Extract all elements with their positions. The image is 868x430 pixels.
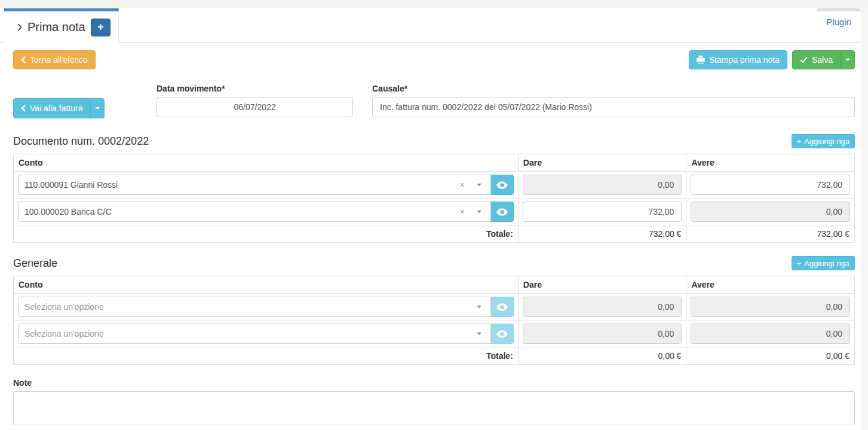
general-col-avere: Avere [686,276,855,294]
general-total-dare: 0,00 € [518,347,686,365]
conto-select[interactable]: 110.000091 Gianni Rossi × [18,175,491,195]
general-table-row: Seleziona un'opzione [14,294,855,321]
eye-icon [496,303,508,311]
conto-select[interactable]: Seleziona un'opzione [18,297,491,317]
dare-input[interactable] [523,202,682,222]
plus-icon: + [797,137,802,146]
general-col-conto: Conto [14,276,519,294]
goto-invoice-label: Vai alla fattura [30,103,82,113]
document-add-row-label: Aggiungi riga [804,137,849,146]
chevron-left-icon [21,105,26,112]
eye-icon [496,330,508,338]
general-total-row: Totale: 0,00 € 0,00 € [14,347,855,365]
causale-label: Causale* [372,84,855,93]
main-content: Torna all'elenco Stampa prima nota Salva [0,43,868,427]
goto-invoice-dropdown-caret[interactable] [90,98,105,118]
view-account-button [491,324,514,344]
toolbar-right: Stampa prima nota Salva [689,50,855,69]
view-account-button[interactable] [491,202,514,222]
document-total-row: Totale: 732,00 € 732,00 € [14,225,855,243]
page-top-strip [0,0,868,8]
avere-input[interactable] [691,175,850,195]
avere-input [691,202,850,222]
general-table-row: Seleziona un'opzione [14,321,855,347]
general-col-dare: Dare [518,276,686,294]
goto-invoice-split-button: Vai alla fattura [13,98,105,118]
back-to-list-button[interactable]: Torna all'elenco [13,50,96,69]
document-col-dare: Dare [518,154,686,172]
clear-selection-icon[interactable]: × [460,181,465,189]
goto-invoice-button[interactable]: Vai alla fattura [13,98,90,118]
eye-icon [496,181,508,189]
causale-input[interactable] [372,97,855,117]
causale-field-group: Causale* [372,84,855,118]
document-total-label: Totale: [14,225,519,243]
tabbar-divider [0,42,861,43]
general-table-header-row: Conto Dare Avere [14,276,855,294]
document-table: Conto Dare Avere 110.000091 Gianni Rossi… [13,154,855,243]
conto-select[interactable]: Seleziona un'opzione [18,324,491,344]
avere-input [691,297,850,317]
conto-select-placeholder: Seleziona un'opzione [24,302,477,312]
conto-select[interactable]: 100.000020 Banca C/C × [18,202,491,222]
document-add-row-button[interactable]: + Aggiungi riga [792,134,855,148]
date-label: Data movimento* [157,84,353,93]
header-form: Vai alla fattura Data movimento* Causale… [13,84,855,118]
view-account-button[interactable] [491,175,514,195]
caret-down-icon [845,59,850,61]
document-section-title: Documento num. 0002/2022 [13,135,149,148]
document-total-avere: 732,00 € [686,225,855,243]
back-to-list-label: Torna all'elenco [30,55,88,65]
check-icon [800,56,808,63]
general-add-row-button[interactable]: + Aggiungi riga [792,256,855,270]
dare-input [523,175,682,195]
conto-selected-value: 110.000091 Gianni Rossi [24,180,460,190]
dare-input [523,297,682,317]
tab-prima-nota[interactable]: Prima nota + [4,8,119,43]
document-table-row: 100.000020 Banca C/C × [14,199,855,225]
dare-input [523,324,682,344]
conto-select-group: Seleziona un'opzione [18,324,514,344]
plus-icon: + [97,21,104,33]
goto-invoice-col: Vai alla fattura [13,84,157,118]
save-dropdown-caret[interactable] [841,50,855,69]
plugin-link[interactable]: Plugin [826,17,851,42]
conto-select-group: Seleziona un'opzione [18,297,514,317]
printer-icon [697,56,705,64]
conto-select-group: 110.000091 Gianni Rossi × [18,175,514,195]
document-col-conto: Conto [14,154,519,172]
chevron-down-icon [477,211,481,213]
plus-icon: + [797,259,802,268]
eye-icon [496,208,508,216]
date-input[interactable] [157,97,353,117]
chevron-down-icon [477,333,481,335]
general-section-title: Generale [13,257,57,270]
date-field-group: Data movimento* [157,84,353,118]
tab-plugin[interactable]: Plugin [817,8,861,42]
view-account-button [491,297,514,317]
chevron-right-icon [17,23,22,31]
general-section-header: Generale + Aggiungi riga [13,256,855,270]
chevron-left-icon [21,56,26,63]
print-prima-nota-label: Stampa prima nota [709,55,780,65]
note-label: Note [13,378,855,388]
general-add-row-label: Aggiungi riga [804,259,849,268]
chevron-down-icon [477,306,481,308]
caret-down-icon [95,107,100,109]
save-split-button: Salva [792,50,855,69]
conto-selected-value: 100.000020 Banca C/C [24,207,460,216]
add-prima-nota-button[interactable]: + [91,19,111,36]
prima-nota-page: Prima nota + Plugin Torna all'elenco Sta… [0,0,868,430]
clear-selection-icon[interactable]: × [460,208,465,216]
document-col-avere: Avere [686,154,855,172]
general-total-label: Totale: [14,347,519,365]
page-title: Prima nota [27,20,85,34]
save-button[interactable]: Salva [792,50,841,69]
avere-input [691,324,850,344]
save-label: Salva [812,55,833,65]
note-textarea[interactable] [13,391,855,425]
conto-select-group: 100.000020 Banca C/C × [18,202,514,222]
print-prima-nota-button[interactable]: Stampa prima nota [689,50,787,69]
general-total-avere: 0,00 € [686,347,855,365]
chevron-down-icon [477,184,481,186]
